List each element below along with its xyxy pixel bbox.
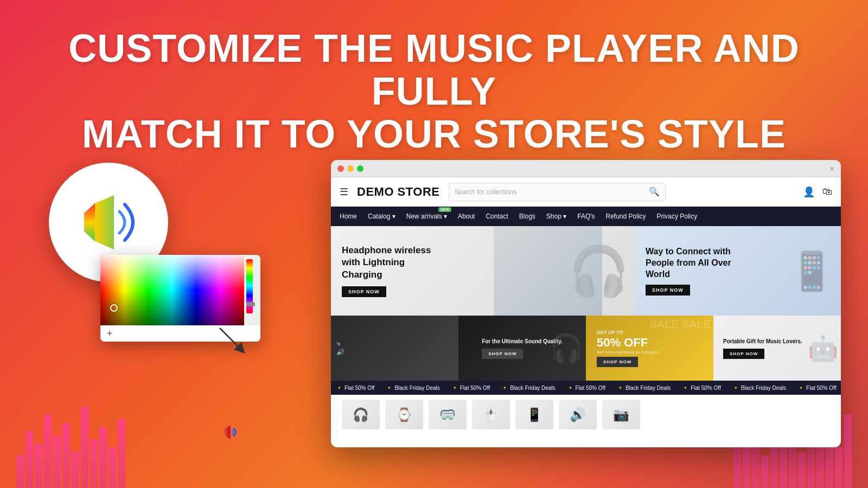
cart-icon[interactable]: 🛍 bbox=[822, 186, 832, 198]
nav-refund[interactable]: Refund Policy bbox=[606, 213, 646, 220]
product-2-discount: 50% OFF bbox=[597, 336, 658, 350]
product-3-icon: 🤖 bbox=[808, 334, 838, 363]
ticker-item: ✦ Flat 50% Off bbox=[677, 385, 727, 391]
svg-marker-3 bbox=[227, 425, 231, 439]
traffic-light-green[interactable] bbox=[357, 165, 363, 172]
sound-bar bbox=[16, 455, 24, 488]
product-card-0: 's 🔊 bbox=[331, 316, 458, 381]
search-bar[interactable]: Search for collections 🔍 bbox=[449, 183, 666, 201]
headline-container: CUSTOMIZE THE MUSIC PLAYER AND FULLY MAT… bbox=[0, 27, 868, 156]
browser-mockup: × ☰ DEMO STORE Search for collections 🔍 … bbox=[331, 160, 841, 447]
nav-home[interactable]: Home bbox=[340, 213, 357, 220]
thumb-speaker[interactable]: 🔊 bbox=[559, 400, 597, 429]
arrow-connector bbox=[214, 323, 247, 355]
sound-bar bbox=[35, 444, 42, 489]
header-icons: 👤 🛍 bbox=[803, 186, 832, 198]
ticker-item: ✦ Flat 50% Off bbox=[446, 385, 496, 391]
product-0-img: 🔊 bbox=[336, 349, 344, 356]
nav-new-arrivals[interactable]: New arrivals ▾ NEW bbox=[406, 213, 447, 220]
user-icon[interactable]: 👤 bbox=[803, 186, 815, 198]
sound-bar bbox=[835, 447, 843, 488]
sound-bar bbox=[81, 407, 88, 488]
hero-section: Headphone wireless with Lightning Chargi… bbox=[331, 226, 841, 316]
ticker-item: ✦ Black Friday Deals bbox=[612, 385, 677, 391]
nav-faqs[interactable]: FAQ's bbox=[577, 213, 595, 220]
ticker-bar: ✦ Flat 50% Off ✦ Black Friday Deals ✦ Fl… bbox=[331, 381, 841, 395]
menu-icon[interactable]: ☰ bbox=[340, 186, 348, 198]
headline-line2: MATCH IT TO YOUR STORE'S STYLE bbox=[82, 112, 786, 156]
store-name: DEMO STORE bbox=[357, 185, 440, 199]
ticker-star: ✦ bbox=[799, 386, 803, 390]
nav-bar: Home Catalog ▾ New arrivals ▾ NEW About … bbox=[331, 207, 841, 226]
speaker-small-indicator bbox=[222, 425, 240, 439]
nav-privacy[interactable]: Privacy Policy bbox=[657, 213, 698, 220]
product-card-2: GET UP TO 50% OFF Get extra cashback on … bbox=[586, 316, 713, 381]
nav-shop[interactable]: Shop ▾ bbox=[546, 213, 566, 220]
ticker-star: ✦ bbox=[569, 386, 572, 390]
new-badge: NEW bbox=[438, 207, 451, 212]
nav-about[interactable]: About bbox=[458, 213, 475, 220]
svg-marker-1 bbox=[95, 195, 114, 249]
ticker-star: ✦ bbox=[337, 386, 341, 390]
ticker-star: ✦ bbox=[387, 386, 391, 390]
speaker-small-icon bbox=[222, 425, 240, 439]
thumb-mouse[interactable]: 🖱️ bbox=[472, 400, 510, 429]
color-gradient[interactable] bbox=[100, 255, 244, 325]
ticker-item: ✦ Black Friday Deals bbox=[381, 385, 446, 391]
sound-bar bbox=[44, 415, 52, 488]
ticker-star: ✦ bbox=[618, 386, 622, 390]
hue-slider-container bbox=[244, 255, 260, 325]
sound-bar bbox=[62, 423, 70, 488]
hero-left-shop-btn[interactable]: SHOP NOW bbox=[342, 286, 386, 297]
color-gradient-overlay bbox=[100, 255, 244, 325]
thumb-vr[interactable]: 🥽 bbox=[429, 400, 467, 429]
traffic-light-red[interactable] bbox=[337, 165, 344, 172]
sound-bars-left bbox=[0, 380, 136, 488]
thumb-phone[interactable]: 📱 bbox=[515, 400, 553, 429]
product-2-btn[interactable]: SHOP NOW bbox=[597, 357, 638, 367]
store-header: ☰ DEMO STORE Search for collections 🔍 👤 … bbox=[331, 177, 841, 207]
nav-catalog[interactable]: Catalog ▾ bbox=[368, 213, 395, 220]
nav-contact[interactable]: Contact bbox=[486, 213, 508, 220]
sound-bar bbox=[25, 431, 33, 488]
product-card-1: For the Ultimate Sound Quality. SHOP NOW… bbox=[458, 316, 586, 381]
search-icon: 🔍 bbox=[649, 187, 660, 197]
ticker-star: ✦ bbox=[684, 386, 687, 390]
ticker-item: ✦ Black Friday Deals bbox=[496, 385, 561, 391]
browser-titlebar: × bbox=[331, 160, 841, 177]
sound-bar bbox=[844, 415, 852, 488]
svg-marker-0 bbox=[84, 203, 95, 241]
browser-close-button[interactable]: × bbox=[830, 164, 834, 173]
ticker-star: ✦ bbox=[734, 386, 738, 390]
color-cursor bbox=[110, 304, 118, 312]
hue-thumb[interactable] bbox=[246, 302, 255, 306]
product-1-icon: 🎧 bbox=[550, 332, 583, 364]
hero-right-decoration: 📱 bbox=[788, 249, 835, 293]
hero-left-content: Headphone wireless with Lightning Chargi… bbox=[342, 245, 439, 297]
svg-marker-2 bbox=[224, 427, 227, 437]
product-3-title: Portable Gift for Music Lovers. bbox=[723, 338, 802, 345]
hero-right-title: Way to Connect with People from All Over… bbox=[646, 246, 743, 280]
nav-blogs[interactable]: Blogs bbox=[519, 213, 535, 220]
sound-bar bbox=[743, 444, 750, 489]
search-placeholder: Search for collections bbox=[455, 188, 644, 196]
ticker-item: ✦ Flat 50% Off bbox=[331, 385, 381, 391]
thumb-camera[interactable]: 📷 bbox=[602, 400, 640, 429]
thumb-earbuds[interactable]: 🎧 bbox=[342, 400, 380, 429]
product-1-btn[interactable]: SHOP NOW bbox=[482, 349, 523, 359]
ticker-item: ✦ Flat 50% Off bbox=[793, 385, 841, 391]
hero-right-shop-btn[interactable]: SHOP NOW bbox=[646, 285, 690, 296]
product-2-subtitle: Get extra cashback on 3 prolers bbox=[597, 350, 658, 355]
color-picker-gradient-area bbox=[100, 255, 260, 325]
hero-right-content: Way to Connect with People from All Over… bbox=[646, 246, 743, 295]
headline-text: CUSTOMIZE THE MUSIC PLAYER AND FULLY MAT… bbox=[54, 27, 814, 156]
sound-bar bbox=[90, 439, 98, 488]
product-3-btn[interactable]: SHOP NOW bbox=[723, 349, 764, 359]
traffic-light-yellow[interactable] bbox=[347, 165, 354, 172]
hero-left: Headphone wireless with Lightning Chargi… bbox=[331, 226, 635, 316]
product-2-title: GET UP TO bbox=[597, 329, 658, 336]
plus-icon[interactable]: + bbox=[105, 329, 114, 338]
sound-bar bbox=[798, 452, 806, 489]
sound-bar bbox=[53, 435, 61, 489]
thumb-watch[interactable]: ⌚ bbox=[385, 400, 423, 429]
